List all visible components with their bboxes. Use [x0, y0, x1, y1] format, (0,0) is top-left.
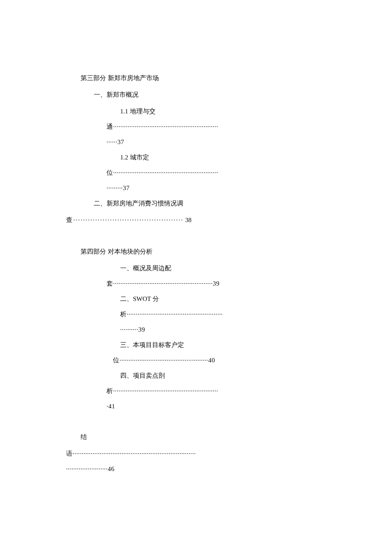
- conclusion-cont: 语·······································…: [66, 446, 366, 461]
- entry-3-2-line2: 查·······································…: [66, 212, 366, 228]
- entry-4-1-cont: 套·······································…: [107, 276, 366, 291]
- entry-3-1-1-page: ······37: [107, 134, 366, 150]
- entry-3-1-2-label: 1.2 城市定: [120, 150, 366, 165]
- page-number: 39: [213, 280, 219, 287]
- dot-leader: 语·······································…: [66, 450, 196, 457]
- entry-4-4-cont: 析·······································…: [107, 383, 366, 399]
- entry-3-1-2-page: ·········37: [107, 180, 366, 196]
- entry-3-1: 一、新郑市概况: [94, 87, 366, 102]
- dot-leader: ······37: [107, 139, 124, 145]
- dot-leader: 位·······································…: [113, 357, 208, 364]
- dot-leader: 通·······································…: [107, 123, 218, 130]
- entry-4-3-cont: 位·······································…: [113, 353, 366, 368]
- section-4-title: 第四部分 对本地块的分析: [81, 244, 366, 259]
- entry-4-2-label: 二、SWOT 分: [120, 291, 366, 306]
- entry-4-4-page: ·41: [107, 399, 366, 414]
- continuation-text: 套: [107, 280, 113, 287]
- dot-leader: ·········37: [107, 185, 130, 191]
- dot-leader: ·······················46: [66, 465, 115, 472]
- dot-leader: ··········39: [120, 326, 145, 333]
- entry-3-1-1-cont: 通·······································…: [107, 119, 366, 134]
- conclusion-label: 结: [81, 429, 366, 445]
- dot-leader: ········································…: [113, 280, 213, 287]
- entry-4-3-label: 三、本项目目标客户定: [120, 337, 366, 353]
- entry-4-4-label: 四、项目卖点剖: [120, 368, 366, 383]
- conclusion-spacer: [66, 414, 366, 429]
- conclusion-page: ·······················46: [66, 461, 366, 477]
- dot-leader: 析·······································…: [107, 387, 218, 394]
- dot-leader: 查·······································…: [66, 217, 184, 223]
- page-number: 40: [208, 357, 215, 364]
- entry-3-2-line1: 二、新郑房地产消费习惯情况调: [94, 196, 366, 211]
- section-3-title: 第三部分 新郑市房地产市场: [81, 70, 366, 86]
- section-spacer: [66, 228, 366, 244]
- entry-3-1-2-cont: 位·······································…: [107, 165, 366, 180]
- page-number: 38: [185, 217, 192, 223]
- entry-3-1-1-label: 1.1 地理与交: [120, 104, 366, 119]
- entry-4-2-cont: 析·······································…: [120, 306, 366, 322]
- entry-4-2-page: ··········39: [120, 322, 366, 337]
- dot-leader: 位·······································…: [107, 169, 218, 176]
- dot-leader: ·41: [107, 403, 115, 410]
- entry-4-1-label: 一、概况及周边配: [120, 260, 366, 276]
- dot-leader: 析·······································…: [120, 311, 223, 318]
